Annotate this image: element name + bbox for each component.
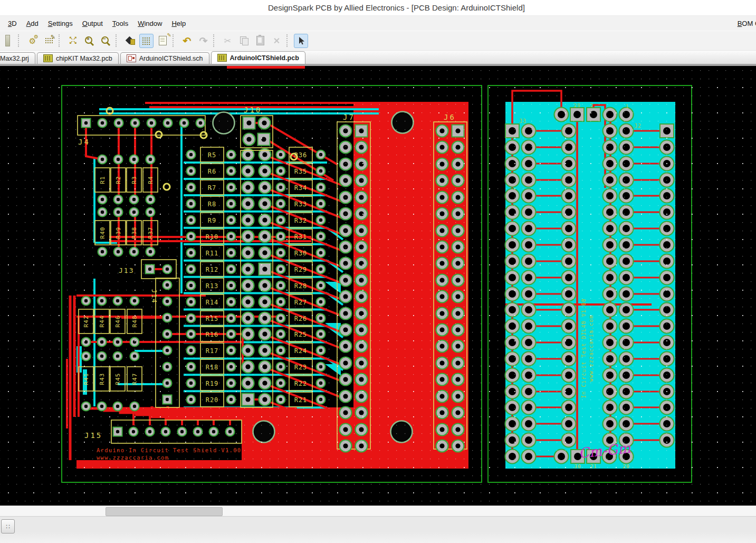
toolbar-separator bbox=[213, 34, 218, 47]
tab-label: ArduinoICTShield.sch bbox=[139, 55, 203, 62]
menu-item-3d[interactable]: 3D bbox=[3, 17, 22, 30]
horizontal-scrollbar[interactable] bbox=[0, 506, 756, 516]
zoom-in-button[interactable]: + bbox=[82, 34, 97, 48]
pcb-design-view[interactable]: J4R1R2R3R4R40R39R38R37R42R44R46R48R41R43… bbox=[0, 66, 756, 506]
menu-item-add[interactable]: Add bbox=[22, 17, 43, 30]
toolbar-separator bbox=[59, 34, 63, 47]
tab-label: ArduinoICTShield.pcb bbox=[230, 54, 299, 62]
menu-item-help[interactable]: Help bbox=[167, 17, 190, 30]
select-cursor-button[interactable] bbox=[294, 34, 308, 48]
menubar: 3DAddSettingsOutputToolsWindowHelp BOM Q bbox=[0, 16, 756, 31]
dock-button-glyph: ∷ bbox=[6, 523, 10, 530]
zoom-out-button[interactable]: − bbox=[99, 34, 113, 48]
gears-button[interactable]: ⚙⚙ bbox=[25, 34, 40, 48]
redo-button[interactable]: ↷ bbox=[196, 34, 210, 48]
toolbar-separator bbox=[173, 34, 177, 47]
tab-label: chipKIT Max32.pcb bbox=[56, 55, 112, 62]
grid-style-button[interactable]: ✎ bbox=[42, 34, 56, 48]
bottom-panel: ∷ bbox=[0, 516, 756, 543]
menu-items: 3DAddSettingsOutputToolsWindowHelp bbox=[3, 17, 190, 30]
tab-label: Max32.prj bbox=[0, 55, 29, 62]
toolbar-separator bbox=[116, 34, 120, 47]
clipped-button[interactable] bbox=[1, 34, 15, 48]
zoom-extents-button[interactable]: ↖↗↙↘ bbox=[66, 34, 80, 48]
menu-item-bom-quote[interactable]: BOM Q bbox=[734, 18, 756, 29]
toolbar-separator bbox=[18, 34, 23, 47]
grid-toggle-button[interactable] bbox=[139, 34, 154, 48]
pcb-tab-icon bbox=[43, 54, 53, 62]
cut-button[interactable]: ✂ bbox=[221, 34, 235, 48]
paste-button[interactable] bbox=[253, 34, 267, 48]
delete-button[interactable]: ✕ bbox=[270, 34, 284, 48]
tab-2[interactable]: ArduinoICTShield.sch bbox=[120, 52, 209, 64]
design-report-button[interactable]: ✎ bbox=[156, 34, 170, 48]
menu-item-settings[interactable]: Settings bbox=[43, 17, 78, 30]
tab-0[interactable]: Max32.prj bbox=[0, 52, 35, 64]
toolbar: ⚙⚙✎↖↗↙↘+−✎↶↷✂✕ bbox=[0, 31, 756, 51]
dock-button[interactable]: ∷ bbox=[1, 519, 15, 534]
scrollbar-thumb[interactable] bbox=[106, 507, 223, 516]
toolbar-separator bbox=[286, 34, 291, 47]
tab-1[interactable]: chipKIT Max32.pcb bbox=[37, 52, 119, 64]
sch-tab-icon bbox=[127, 54, 136, 62]
titlebar: DesignSpark PCB by Allied Electronics - … bbox=[0, 0, 756, 16]
pcb-canvas[interactable]: J4R1R2R3R4R40R39R38R37R42R44R46R48R41R43… bbox=[0, 66, 756, 506]
undo-button[interactable]: ↶ bbox=[180, 34, 194, 48]
fill-copper-button[interactable] bbox=[123, 34, 137, 48]
tab-3[interactable]: ArduinoICTShield.pcb bbox=[211, 51, 305, 64]
menu-item-output[interactable]: Output bbox=[78, 17, 108, 30]
pcb-tab-icon bbox=[217, 54, 227, 62]
menu-item-tools[interactable]: Tools bbox=[108, 17, 133, 30]
menu-item-window[interactable]: Window bbox=[133, 17, 167, 30]
document-tabbar: Max32.prjchipKIT Max32.pcbArduinoICTShie… bbox=[0, 51, 756, 66]
copy-button[interactable] bbox=[237, 34, 251, 48]
window-title: DesignSpark PCB by Allied Electronics - … bbox=[268, 3, 525, 12]
